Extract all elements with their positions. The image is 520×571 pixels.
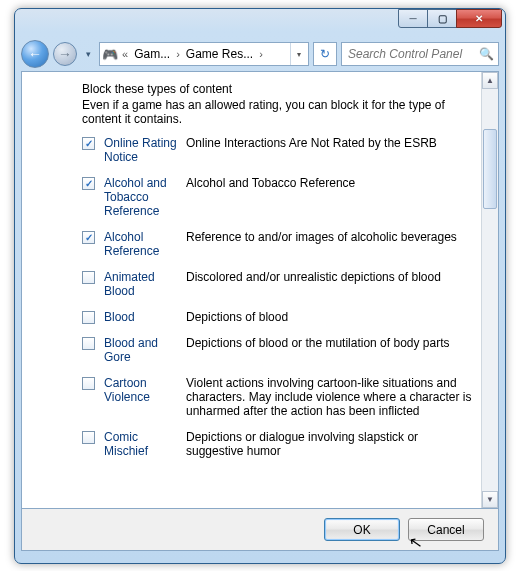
content-description: Discolored and/or unrealistic depictions… — [186, 270, 476, 284]
content-term: Animated Blood — [104, 270, 180, 298]
content-description: Alcohol and Tobacco Reference — [186, 176, 476, 190]
breadcrumb-segment-2[interactable]: Game Res... — [184, 47, 255, 61]
content-pane: Block these types of content Even if a g… — [21, 71, 499, 509]
content-row: Blood and GoreDepictions of blood or the… — [82, 336, 476, 364]
window-frame: ─ ▢ ✕ ← → ▾ 🎮 « Gam... › Game Res... › ▾… — [14, 8, 506, 564]
window-controls: ─ ▢ ✕ — [399, 9, 502, 28]
refresh-button[interactable]: ↻ — [313, 42, 337, 66]
cancel-button[interactable]: Cancel — [408, 518, 484, 541]
scroll-up-button[interactable]: ▲ — [482, 72, 498, 89]
maximize-button[interactable]: ▢ — [427, 9, 457, 28]
content-row: Animated BloodDiscolored and/or unrealis… — [82, 270, 476, 298]
address-bar[interactable]: 🎮 « Gam... › Game Res... › ▾ — [99, 42, 309, 66]
content-row: Alcohol ReferenceReference to and/or ima… — [82, 230, 476, 258]
checkbox[interactable] — [82, 137, 95, 150]
chevron-down-icon: ▾ — [86, 49, 91, 59]
close-icon: ✕ — [475, 14, 483, 24]
search-input[interactable] — [346, 46, 475, 62]
scroll-down-button[interactable]: ▼ — [482, 491, 498, 508]
checkbox[interactable] — [82, 377, 95, 390]
content-term: Alcohol Reference — [104, 230, 180, 258]
dialog-footer: OK Cancel ↖ — [21, 509, 499, 551]
breadcrumb-separator-icon: › — [257, 48, 265, 60]
back-icon: ← — [28, 46, 42, 62]
close-button[interactable]: ✕ — [456, 9, 502, 28]
content-term: Blood and Gore — [104, 336, 180, 364]
recent-pages-dropdown[interactable]: ▾ — [81, 42, 95, 66]
minimize-icon: ─ — [409, 14, 416, 24]
content-row: Cartoon ViolenceViolent actions involvin… — [82, 376, 476, 418]
refresh-icon: ↻ — [320, 47, 330, 61]
content-row: BloodDepictions of blood — [82, 310, 476, 324]
content-description: Violent actions involving cartoon-like s… — [186, 376, 476, 418]
location-icon: 🎮 — [102, 46, 118, 62]
section-description: Even if a game has an allowed rating, yo… — [82, 98, 476, 126]
address-history-dropdown[interactable]: ▾ — [290, 43, 306, 65]
forward-icon: → — [58, 46, 72, 62]
content-list: Online Rating NoticeOnline Interactions … — [82, 136, 476, 458]
search-box[interactable]: 🔍 — [341, 42, 499, 66]
content-description: Reference to and/or images of alcoholic … — [186, 230, 476, 244]
content-row: Alcohol and Tobacco ReferenceAlcohol and… — [82, 176, 476, 218]
content-term: Comic Mischief — [104, 430, 180, 458]
content-description: Depictions or dialogue involving slapsti… — [186, 430, 476, 458]
content-term: Cartoon Violence — [104, 376, 180, 404]
breadcrumb-separator-icon: › — [174, 48, 182, 60]
content-row: Comic MischiefDepictions or dialogue inv… — [82, 430, 476, 458]
minimize-button[interactable]: ─ — [398, 9, 428, 28]
content-term: Alcohol and Tobacco Reference — [104, 176, 180, 218]
scroll-thumb[interactable] — [483, 129, 497, 209]
checkbox[interactable] — [82, 231, 95, 244]
ok-button[interactable]: OK — [324, 518, 400, 541]
vertical-scrollbar[interactable]: ▲ ▼ — [481, 72, 498, 508]
forward-button[interactable]: → — [53, 42, 77, 66]
titlebar: ─ ▢ ✕ — [15, 9, 505, 37]
scroll-track[interactable] — [482, 89, 498, 491]
content-description: Depictions of blood — [186, 310, 476, 324]
content-description: Depictions of blood or the mutilation of… — [186, 336, 476, 350]
scroll-area: Block these types of content Even if a g… — [22, 72, 498, 508]
breadcrumb-segment-1[interactable]: Gam... — [132, 47, 172, 61]
back-button[interactable]: ← — [21, 40, 49, 68]
chevron-up-icon: ▲ — [486, 76, 494, 85]
content-row: Online Rating NoticeOnline Interactions … — [82, 136, 476, 164]
content-term: Online Rating Notice — [104, 136, 180, 164]
search-icon: 🔍 — [479, 47, 494, 61]
chevron-down-icon: ▼ — [486, 495, 494, 504]
maximize-icon: ▢ — [438, 14, 447, 24]
content-description: Online Interactions Are Not Rated by the… — [186, 136, 476, 150]
checkbox[interactable] — [82, 337, 95, 350]
navigation-bar: ← → ▾ 🎮 « Gam... › Game Res... › ▾ ↻ 🔍 — [21, 37, 499, 71]
checkbox[interactable] — [82, 431, 95, 444]
checkbox[interactable] — [82, 271, 95, 284]
section-heading: Block these types of content — [82, 82, 476, 96]
breadcrumb-overflow-icon: « — [120, 48, 130, 60]
checkbox[interactable] — [82, 311, 95, 324]
checkbox[interactable] — [82, 177, 95, 190]
content-term: Blood — [104, 310, 180, 324]
